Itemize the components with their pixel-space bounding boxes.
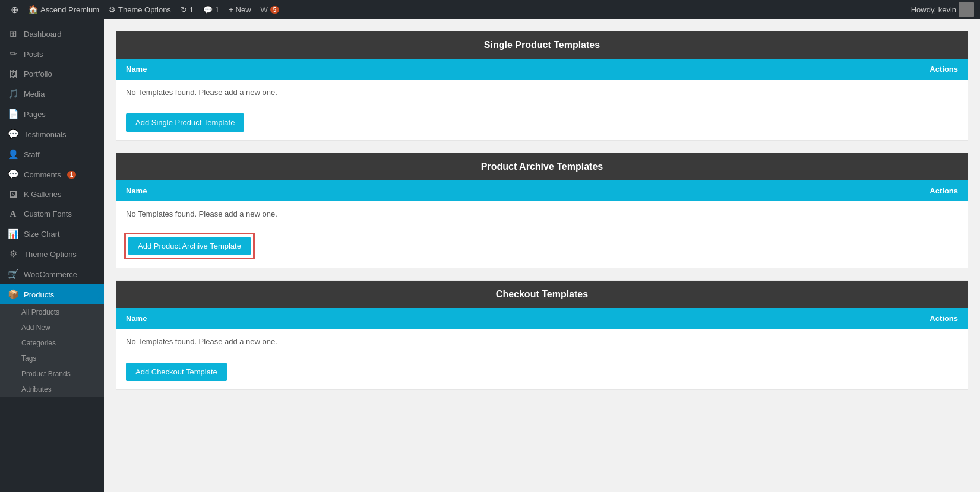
sidebar-label-media: Media — [24, 90, 45, 99]
adminbar-updates[interactable]: ↻ 1 — [176, 0, 198, 19]
sidebar-label-custom-fonts: Custom Fonts — [24, 210, 72, 218]
checkout-title: Checkout Templates — [496, 289, 588, 299]
sidebar-label-dashboard: Dashboard — [24, 30, 62, 39]
sidebar-label-comments: Comments — [24, 170, 61, 179]
size-chart-icon: 📊 — [7, 228, 19, 239]
sidebar-item-theme-options[interactable]: ⚙ Theme Options — [0, 244, 104, 264]
submenu-all-products[interactable]: All Products — [0, 304, 104, 320]
sidebar-item-custom-fonts[interactable]: A Custom Fonts — [0, 204, 104, 224]
product-archive-title: Product Archive Templates — [481, 161, 603, 172]
checkout-table-header: Name Actions — [116, 308, 968, 329]
add-single-product-template-button[interactable]: Add Single Product Template — [126, 113, 244, 132]
sidebar-label-testimonials: Testimonials — [24, 130, 67, 139]
product-archive-empty: No Templates found. Please add a new one… — [116, 201, 968, 227]
sidebar-item-dashboard[interactable]: ⊞ Dashboard — [0, 24, 104, 44]
checkout-actions-col: Actions — [930, 314, 958, 323]
product-archive-name-col: Name — [126, 186, 147, 195]
user-avatar — [959, 2, 974, 17]
submenu-tags[interactable]: Tags — [0, 351, 104, 366]
single-product-actions-col: Actions — [930, 65, 958, 74]
single-product-section: Single Product Templates Name Actions No… — [116, 31, 968, 141]
single-product-empty: No Templates found. Please add a new one… — [116, 80, 968, 105]
woocommerce-icon: 🛒 — [7, 269, 19, 280]
plugin-icon: W — [261, 5, 268, 14]
staff-icon: 👤 — [7, 149, 19, 160]
products-icon: 📦 — [7, 289, 19, 300]
submenu-categories[interactable]: Categories — [0, 335, 104, 351]
testimonials-icon: 💬 — [7, 129, 19, 139]
checkout-name-col: Name — [126, 314, 147, 323]
comments-badge: 1 — [67, 171, 77, 179]
checkout-footer: Add Checkout Template — [116, 354, 968, 389]
checkout-header: Checkout Templates — [116, 281, 968, 308]
sidebar-item-woocommerce[interactable]: 🛒 WooCommerce — [0, 264, 104, 284]
products-arrow-icon: ▶ — [96, 288, 104, 301]
checkout-section: Checkout Templates Name Actions No Templ… — [116, 280, 968, 390]
product-archive-header: Product Archive Templates — [116, 153, 968, 180]
media-icon: 🎵 — [7, 88, 19, 99]
product-archive-section: Product Archive Templates Name Actions N… — [116, 153, 968, 268]
add-checkout-template-button[interactable]: Add Checkout Template — [126, 363, 227, 381]
pages-icon: 📄 — [7, 109, 19, 119]
sidebar-label-posts: Posts — [24, 50, 43, 59]
highlighted-button-box: Add Product Archive Template — [124, 233, 255, 259]
sidebar-item-testimonials[interactable]: 💬 Testimonials — [0, 124, 104, 144]
sidebar-item-staff[interactable]: 👤 Staff — [0, 144, 104, 164]
product-archive-table-header: Name Actions — [116, 180, 968, 201]
sidebar-item-products[interactable]: 📦 Products ▶ — [0, 284, 104, 304]
sidebar-label-products: Products — [24, 290, 54, 299]
wp-logo-icon: ⊕ — [11, 4, 18, 15]
dashboard-icon: ⊞ — [7, 28, 19, 39]
posts-icon: ✏ — [7, 49, 19, 59]
sidebar-label-portfolio: Portfolio — [24, 69, 52, 78]
single-product-title: Single Product Templates — [484, 40, 600, 50]
sidebar-label-pages: Pages — [24, 110, 46, 119]
sidebar-item-posts[interactable]: ✏ Posts — [0, 44, 104, 64]
adminbar-wp-logo[interactable]: ⊕ — [6, 0, 23, 19]
adminbar-user[interactable]: Howdy, kevin — [911, 2, 974, 17]
single-product-footer: Add Single Product Template — [116, 105, 968, 140]
site-icon: 🏠 — [28, 5, 38, 14]
theme-options-icon: ⚙ — [109, 5, 116, 14]
sidebar-item-pages[interactable]: 📄 Pages — [0, 104, 104, 124]
single-product-name-col: Name — [126, 65, 147, 74]
product-archive-empty-text: No Templates found. Please add a new one… — [126, 210, 277, 218]
portfolio-icon: 🖼 — [7, 69, 19, 79]
k-galleries-icon: 🖼 — [7, 189, 19, 199]
add-product-archive-template-button[interactable]: Add Product Archive Template — [128, 237, 251, 255]
sidebar: ⊞ Dashboard ✏ Posts 🖼 Portfolio 🎵 Media … — [0, 19, 104, 492]
sidebar-label-woocommerce: WooCommerce — [24, 270, 77, 279]
adminbar-new[interactable]: + New — [224, 0, 255, 19]
checkout-empty: No Templates found. Please add a new one… — [116, 329, 968, 354]
updates-icon: ↻ — [181, 5, 187, 14]
page-layout: ⊞ Dashboard ✏ Posts 🖼 Portfolio 🎵 Media … — [0, 19, 980, 492]
adminbar-theme-options[interactable]: ⚙ Theme Options — [104, 0, 176, 19]
admin-bar: ⊕ 🏠 Ascend Premium ⚙ Theme Options ↻ 1 💬… — [0, 0, 980, 19]
sidebar-item-size-chart[interactable]: 📊 Size Chart — [0, 224, 104, 244]
adminbar-site-name[interactable]: 🏠 Ascend Premium — [23, 0, 104, 19]
single-product-table-header: Name Actions — [116, 59, 968, 80]
site-name-label: Ascend Premium — [40, 5, 99, 14]
submenu-attributes[interactable]: Attributes — [0, 382, 104, 397]
comments-icon: 💬 — [203, 5, 213, 14]
theme-options-sidebar-icon: ⚙ — [7, 249, 19, 259]
submenu-product-brands[interactable]: Product Brands — [0, 366, 104, 382]
sidebar-item-comments[interactable]: 💬 Comments 1 — [0, 164, 104, 185]
adminbar-plugin[interactable]: W 5 — [256, 0, 284, 19]
sidebar-label-k-galleries: K Galleries — [24, 190, 62, 199]
single-product-empty-text: No Templates found. Please add a new one… — [126, 88, 277, 97]
submenu-add-new[interactable]: Add New — [0, 320, 104, 335]
sidebar-item-media[interactable]: 🎵 Media — [0, 84, 104, 104]
main-content: Single Product Templates Name Actions No… — [104, 19, 980, 492]
sidebar-label-size-chart: Size Chart — [24, 230, 60, 239]
checkout-empty-text: No Templates found. Please add a new one… — [126, 337, 277, 346]
sidebar-item-portfolio[interactable]: 🖼 Portfolio — [0, 64, 104, 84]
adminbar-comments[interactable]: 💬 1 — [198, 0, 224, 19]
sidebar-item-k-galleries[interactable]: 🖼 K Galleries — [0, 185, 104, 204]
products-submenu: All Products Add New Categories Tags Pro… — [0, 304, 104, 397]
plugin-badge: 5 — [270, 6, 280, 14]
sidebar-label-staff: Staff — [24, 150, 40, 159]
product-archive-actions-col: Actions — [930, 186, 958, 195]
custom-fonts-icon: A — [7, 209, 19, 219]
single-product-header: Single Product Templates — [116, 31, 968, 59]
